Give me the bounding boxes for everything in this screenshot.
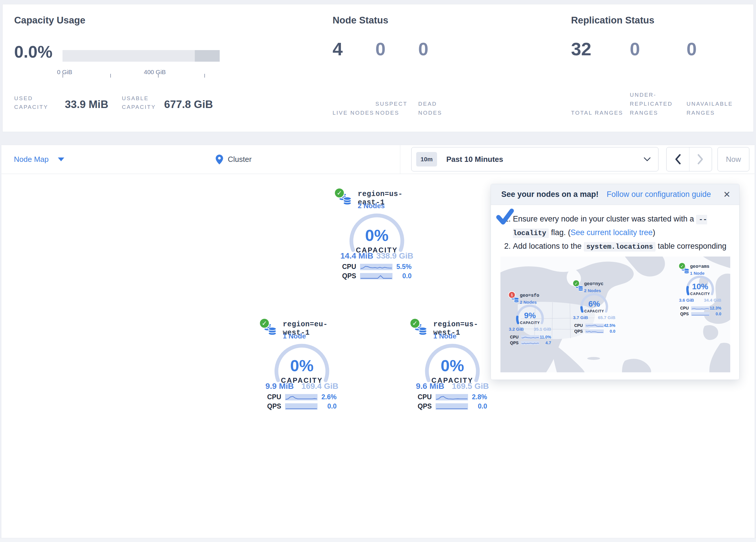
example-node-map-image: 1 geo=sfo 2 Nodes 9% CAPACITY 3.2 GiB 35…	[500, 256, 730, 372]
qps-sparkline	[691, 312, 710, 316]
total-value: 169.5 GiB	[452, 382, 489, 391]
qps-value: 0.0	[468, 403, 487, 410]
suspect-nodes-value: 0	[375, 38, 418, 59]
gauge-capacity-label: CAPACITY	[513, 321, 547, 325]
healthy-check-icon: ✓	[334, 187, 345, 198]
region-node-count[interactable]: 2 Nodes	[358, 202, 385, 210]
qps-metric-row: QPS 0.0	[680, 312, 721, 316]
gauge-percent: 0%	[273, 356, 331, 375]
capacity-gauge: 10% CAPACITY	[683, 275, 717, 297]
region-node-count[interactable]: 1 Node	[433, 332, 456, 340]
live-nodes-value: 4	[333, 38, 375, 59]
qps-metric-row: QPS 0.0	[418, 403, 487, 410]
now-button[interactable]: Now	[718, 147, 749, 171]
qps-value: 4.7	[540, 341, 551, 345]
used-value: 9.6 MiB	[416, 382, 444, 391]
qps-label: QPS	[510, 341, 521, 345]
popup-title: See your nodes on a map!	[501, 190, 599, 199]
configuration-guide-link[interactable]: Follow our configuration guide	[607, 190, 723, 199]
view-toolbar: Node Map Cluster 10m Past 10 Minutes	[1, 145, 755, 174]
used-value: 14.4 MiB	[340, 251, 373, 260]
dead-nodes-value: 0	[418, 38, 461, 59]
capacity-values: 3.7 GiB 65.7 GiB	[573, 315, 615, 320]
view-selector-label[interactable]: Node Map	[14, 155, 49, 164]
dead-nodes-label: DEAD NODES	[418, 99, 461, 117]
qps-sparkline	[436, 403, 468, 410]
healthy-check-icon: ✓	[572, 280, 580, 287]
under-replicated-ranges-label: UNDER-REPLICATED RANGES	[630, 90, 687, 117]
capacity-values: 9.9 MiB 169.4 GiB	[265, 382, 338, 391]
cpu-metric-row: CPU 5.5%	[342, 263, 412, 271]
healthy-check-icon: ✓	[410, 318, 420, 329]
cpu-value: 2.6%	[318, 393, 337, 401]
time-range-select[interactable]: 10m Past 10 Minutes	[411, 147, 658, 171]
cpu-value: 12.3%	[710, 306, 721, 311]
usable-capacity-label: USABLE CAPACITY	[122, 94, 171, 111]
time-prev-button[interactable]	[667, 147, 689, 171]
qps-label: QPS	[680, 312, 691, 316]
geo-name: geo=nyc	[584, 282, 603, 287]
cpu-metric-row: CPU 11.0%	[510, 335, 551, 339]
locality-tree-link[interactable]: See current locality tree	[570, 228, 653, 237]
qps-label: QPS	[574, 329, 585, 334]
node-status-values: 4 0 0	[333, 38, 461, 59]
cpu-sparkline	[360, 264, 392, 270]
time-range-label: Past 10 Minutes	[446, 155, 644, 164]
capacity-gauge: 6% CAPACITY	[577, 293, 611, 314]
instruction-step-1: Ensure every node in your cluster was st…	[513, 212, 728, 240]
used-value: 9.9 MiB	[265, 382, 294, 391]
close-icon[interactable]: ✕	[723, 189, 731, 199]
cpu-sparkline	[691, 306, 710, 310]
chevron-down-icon	[58, 157, 64, 161]
region-card-eu-west-1[interactable]: ✓ region=eu-west-1 1 Node 0% CAPACITY 9.…	[258, 317, 345, 361]
time-range-badge: 10m	[416, 152, 437, 166]
qps-value: 0.0	[710, 312, 721, 316]
unavailable-ranges-label: UNAVAILABLE RANGES	[687, 99, 743, 117]
cpu-sparkline	[521, 335, 540, 339]
total-value: 65.7 GiB	[598, 315, 615, 320]
usable-capacity-value: 677.8 GiB	[164, 98, 213, 111]
gauge-capacity-label: CAPACITY	[577, 309, 611, 313]
used-value: 3.7 GiB	[573, 315, 588, 320]
cpu-label: CPU	[342, 263, 360, 271]
unavailable-ranges-value: 0	[687, 38, 743, 59]
cpu-label: CPU	[418, 393, 436, 401]
node-map-setup-popup: See your nodes on a map! Follow our conf…	[491, 184, 740, 380]
cluster-stats-panel: Capacity Usage 0.0% 0 GiB 400 GiB USED C…	[2, 4, 754, 132]
replication-status-labels: TOTAL RANGES UNDER-REPLICATED RANGES UNA…	[571, 77, 743, 117]
system-locations-code: system.locations	[584, 242, 656, 251]
cpu-label: CPU	[680, 306, 691, 311]
used-capacity-label: USED CAPACITY	[14, 94, 58, 111]
capacity-gauge: 0% CAPACITY	[423, 342, 481, 386]
under-replicated-ranges-value: 0	[630, 38, 687, 59]
region-card-us-east-1[interactable]: ✓ region=us-east-1 2 Nodes 0% CAPACITY 1…	[333, 187, 420, 230]
live-nodes-label: LIVE NODES	[333, 108, 375, 117]
qps-sparkline	[360, 273, 392, 280]
used-value: 3.2 GiB	[509, 327, 524, 332]
replication-status-values: 32 0 0	[571, 38, 743, 59]
used-capacity-value: 33.9 MiB	[65, 98, 108, 111]
view-selector[interactable]: Node Map	[14, 145, 64, 174]
time-next-button[interactable]	[689, 147, 712, 171]
healthy-check-icon: ✓	[259, 318, 270, 329]
gauge-percent: 9%	[513, 311, 547, 320]
gauge-percent: 10%	[683, 282, 717, 291]
total-ranges-value: 32	[571, 38, 630, 59]
capacity-bar-ticks	[63, 73, 220, 78]
capacity-usage-bar	[63, 50, 220, 62]
capacity-gauge: 9% CAPACITY	[513, 304, 547, 326]
region-card-us-west-1[interactable]: ✓ region=us-west-1 1 Node 0% CAPACITY 9.…	[409, 317, 496, 361]
capacity-values: 3.6 GiB 34.4 GiB	[679, 298, 721, 303]
region-node-count[interactable]: 1 Node	[283, 332, 306, 340]
healthy-check-icon: ✓	[678, 262, 686, 269]
cpu-sparkline	[585, 324, 604, 328]
cpu-label: CPU	[574, 323, 585, 328]
step-done-check-icon	[496, 208, 515, 227]
cpu-sparkline	[436, 394, 468, 401]
popup-header: See your nodes on a map! Follow our conf…	[491, 184, 739, 205]
time-nav-buttons	[666, 147, 712, 171]
breadcrumb[interactable]: Cluster	[216, 145, 252, 174]
cpu-metric-row: CPU 2.6%	[267, 393, 337, 401]
cpu-value: 5.5%	[392, 263, 412, 271]
used-value: 3.6 GiB	[679, 298, 694, 303]
